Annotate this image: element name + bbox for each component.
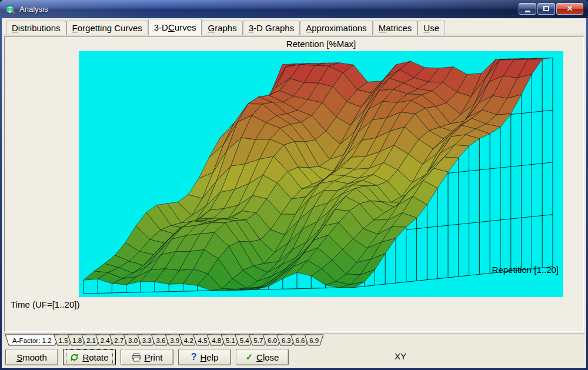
afactor-tab-label: 6.9 xyxy=(309,337,319,344)
afactor-tab-label: 4.2 xyxy=(184,337,193,344)
button-label: Help xyxy=(200,352,218,362)
tab-approximations[interactable]: Approximations xyxy=(300,21,372,35)
bottom-button-bar: SmoothRotatePrint?Help✓CloseXY xyxy=(2,346,586,368)
smooth-button[interactable]: Smooth xyxy=(5,349,58,365)
label-part: P xyxy=(145,352,151,362)
button-label: Rotate xyxy=(82,352,108,362)
label-part: G xyxy=(208,23,215,33)
app-icon xyxy=(5,5,16,14)
label-part: orgetting Curves xyxy=(78,23,142,33)
label-part: pproximations xyxy=(312,23,366,33)
label-part: mooth xyxy=(22,352,47,362)
label-part: istributions xyxy=(18,23,61,33)
tab-3-d-graphs[interactable]: 3-D Graphs xyxy=(243,21,300,35)
title-bar[interactable]: Analysis ✕ xyxy=(0,0,588,18)
label-part: lose xyxy=(263,352,279,362)
label-part: elp xyxy=(206,352,218,362)
print-button[interactable]: Print xyxy=(121,349,173,365)
window-content: DistributionsForgetting Curves3-D Curves… xyxy=(2,18,586,368)
afactor-tab-label: 5.1 xyxy=(226,337,235,344)
help-button[interactable]: ?Help xyxy=(178,349,231,365)
repetition-axis-label: Repetition [1..20] xyxy=(492,265,559,275)
afactor-tab-label: 6.6 xyxy=(295,337,305,344)
close-window-button[interactable]: ✕ xyxy=(556,3,583,15)
rotate-button[interactable]: Rotate xyxy=(63,349,116,365)
afactor-tab-label: 2.1 xyxy=(86,337,96,344)
afactor-tab-label: 4.5 xyxy=(198,337,208,344)
afactor-tab-label: 5.4 xyxy=(240,337,250,344)
label-part: atrices xyxy=(386,23,412,33)
button-label: Print xyxy=(145,352,163,362)
label-part: otate xyxy=(89,352,108,362)
label-part: H xyxy=(200,352,206,362)
label-part: M xyxy=(379,23,386,33)
maximize-icon xyxy=(543,6,549,11)
minimize-button[interactable] xyxy=(519,3,536,15)
afactor-tab-strip: A-Factor: 1.21.51.82.12.42.73.03.33.63.9… xyxy=(3,333,585,346)
label-part: rint xyxy=(151,352,163,362)
afactor-tab-label: 5.7 xyxy=(253,337,263,344)
label-part: D xyxy=(12,23,18,33)
check-icon: ✓ xyxy=(246,352,253,362)
button-label: Close xyxy=(256,352,279,362)
analysis-tab-bar: DistributionsForgetting Curves3-D Curves… xyxy=(2,18,586,35)
button-inner: Smooth xyxy=(14,351,49,364)
caption-buttons: ✕ xyxy=(519,3,583,15)
label-part: raphs xyxy=(215,23,237,33)
label-part: C xyxy=(168,22,175,32)
label-part: se xyxy=(430,23,439,33)
chart-title: Retention [%Max] xyxy=(79,39,563,49)
label-part: F xyxy=(72,23,78,33)
afactor-tab-label: A-Factor: 1.2 xyxy=(12,337,51,344)
help-icon: ? xyxy=(191,352,197,362)
tab-matrices[interactable]: Matrices xyxy=(373,21,418,35)
afactor-tab-label: 2.4 xyxy=(101,337,111,344)
label-part: 3 xyxy=(249,23,253,33)
label-part: urves xyxy=(175,22,196,32)
print-icon xyxy=(132,353,141,362)
maximize-button[interactable] xyxy=(537,3,555,15)
tab-3-d-curves[interactable]: 3-D Curves xyxy=(148,19,202,35)
afactor-tab-label: 6.3 xyxy=(282,337,291,344)
afactor-tab-label: 3.3 xyxy=(142,337,152,344)
label-part: A xyxy=(306,23,312,33)
chart-panel: Retention [%Max] Repetition [1..20] Time… xyxy=(4,36,584,332)
button-inner: Print xyxy=(129,351,165,364)
afactor-tab-label: 3.0 xyxy=(128,337,138,344)
window-title: Analysis xyxy=(19,5,48,14)
button-label: Smooth xyxy=(16,352,47,362)
close-icon: ✕ xyxy=(567,5,573,12)
afactor-tab-label: 4.8 xyxy=(212,337,221,344)
afactor-tab-label: 6.0 xyxy=(268,337,277,344)
label-part: 3-D xyxy=(154,22,168,32)
close-button[interactable]: ✓Close xyxy=(236,349,289,365)
afactor-tab-label: 3.9 xyxy=(170,337,179,344)
tab-distributions[interactable]: Distributions xyxy=(6,21,66,35)
surface-plot-area: Repetition [1..20] xyxy=(79,51,563,297)
rotate-icon xyxy=(70,353,79,362)
button-inner: ✓Close xyxy=(243,351,282,364)
afactor-tab-label: 3.6 xyxy=(156,337,165,344)
analysis-window: Analysis ✕ DistributionsForgetting Curve… xyxy=(0,0,588,370)
rotation-mode-status: XY xyxy=(395,351,406,361)
label-part: U xyxy=(423,23,430,33)
retention-surface-canvas[interactable] xyxy=(79,51,563,297)
afactor-tab-label: 1.8 xyxy=(72,337,82,344)
tab-use[interactable]: Use xyxy=(417,21,445,35)
label-part: -D Graphs xyxy=(253,23,294,33)
afactor-tab-a-factor-1-2[interactable]: A-Factor: 1.2 xyxy=(5,335,59,345)
label-part: R xyxy=(82,352,89,362)
minimize-icon xyxy=(525,11,530,12)
tab-graphs[interactable]: Graphs xyxy=(202,21,242,35)
label-part: S xyxy=(16,352,22,362)
afactor-tab-label: 1.5 xyxy=(59,337,68,344)
time-axis-label: Time (UF=[1..20]) xyxy=(11,299,79,309)
afactor-tab-label: 2.7 xyxy=(114,337,123,344)
button-inner: ?Help xyxy=(189,351,221,364)
tab-forgetting-curves[interactable]: Forgetting Curves xyxy=(66,21,148,35)
afactor-tab-6-9[interactable]: 6.9 xyxy=(305,335,323,345)
button-inner: Rotate xyxy=(68,351,111,364)
label-part: C xyxy=(256,352,263,362)
